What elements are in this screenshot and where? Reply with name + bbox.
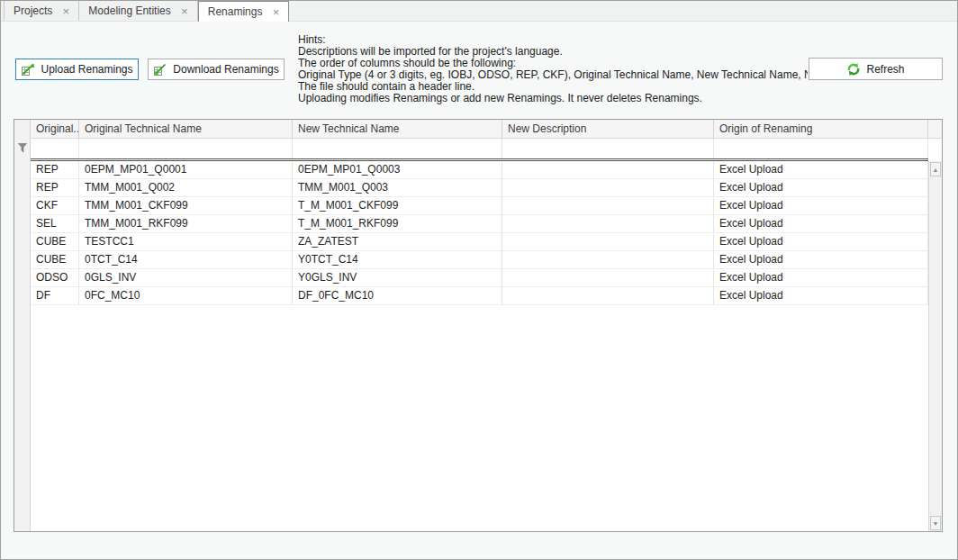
- cell-original-technical-name[interactable]: TESTCC1: [79, 233, 293, 251]
- upload-button-label: Upload Renamings: [41, 63, 132, 76]
- hints-line: Original Type (4 or 3 digits, eg. IOBJ, …: [298, 69, 808, 81]
- tab-label: Projects: [14, 5, 52, 17]
- table-row[interactable]: SEL TMM_M001_RKF099 T_M_M001_RKF099 Exce…: [31, 215, 942, 233]
- filter-cell-original-technical-name[interactable]: [79, 139, 293, 158]
- cell-original-type[interactable]: CUBE: [31, 251, 79, 269]
- refresh-icon: [846, 62, 861, 77]
- table-row[interactable]: DF 0FC_MC10 DF_0FC_MC10 Excel Upload: [31, 287, 942, 305]
- cell-original-technical-name[interactable]: 0FC_MC10: [79, 287, 293, 305]
- download-renamings-button[interactable]: Download Renamings: [148, 59, 285, 80]
- cell-new-description[interactable]: [502, 179, 714, 197]
- vertical-scrollbar[interactable]: ▲ ▼: [928, 161, 942, 531]
- refresh-button[interactable]: Refresh: [809, 58, 943, 80]
- excel-upload-icon: [21, 62, 35, 77]
- cell-original-technical-name[interactable]: 0EPM_MP01_Q0001: [79, 161, 293, 179]
- tab-renamings[interactable]: Renamings ×: [198, 1, 290, 22]
- cell-new-description[interactable]: [502, 251, 714, 269]
- cell-origin-of-renaming[interactable]: Excel Upload: [714, 197, 928, 215]
- cell-original-technical-name[interactable]: 0GLS_INV: [79, 269, 293, 287]
- cell-original-technical-name[interactable]: TMM_M001_CKF099: [79, 197, 293, 215]
- cell-original-type[interactable]: REP: [31, 161, 79, 179]
- column-header-origin-of-renaming[interactable]: Origin of Renaming: [714, 120, 928, 138]
- cell-new-description[interactable]: [502, 287, 714, 305]
- filter-cell-new-technical-name[interactable]: [293, 139, 502, 158]
- cell-original-type[interactable]: CUBE: [31, 233, 79, 251]
- cell-origin-of-renaming[interactable]: Excel Upload: [714, 233, 928, 251]
- filter-row: [31, 139, 942, 158]
- renamings-table: Original... Original Technical Name New …: [14, 119, 943, 532]
- filter-funnel-icon: [18, 143, 27, 153]
- column-header-new-technical-name[interactable]: New Technical Name: [293, 120, 502, 138]
- cell-new-technical-name[interactable]: T_M_M001_CKF099: [293, 197, 502, 215]
- close-icon[interactable]: ×: [179, 5, 190, 17]
- hints-line: The order of columns should be the follo…: [298, 58, 808, 69]
- cell-new-description[interactable]: [502, 269, 714, 287]
- cell-new-description[interactable]: [502, 215, 714, 233]
- table-row[interactable]: REP TMM_M001_Q002 TMM_M001_Q003 Excel Up…: [31, 179, 942, 197]
- table-header-row: Original... Original Technical Name New …: [31, 120, 942, 139]
- cell-new-description[interactable]: [502, 233, 714, 251]
- hints-line: Descriptions will be imported for the pr…: [298, 46, 808, 58]
- column-header-original-technical-name[interactable]: Original Technical Name: [79, 120, 293, 138]
- cell-new-technical-name[interactable]: 0EPM_MP01_Q0003: [293, 161, 502, 179]
- cell-new-technical-name[interactable]: T_M_M001_RKF099: [293, 215, 502, 233]
- tab-bar: Projects × Modeling Entities × Renamings…: [1, 1, 957, 22]
- upload-renamings-button[interactable]: Upload Renamings: [15, 59, 139, 80]
- hints-line: Hints:: [298, 34, 808, 46]
- tab-modeling-entities[interactable]: Modeling Entities ×: [79, 1, 197, 21]
- scroll-up-button[interactable]: ▲: [930, 162, 941, 176]
- cell-new-technical-name[interactable]: TMM_M001_Q003: [293, 179, 502, 197]
- hints-line: The file should contain a header line.: [298, 81, 808, 93]
- close-icon[interactable]: ×: [270, 6, 281, 18]
- column-header-new-description[interactable]: New Description: [502, 120, 714, 138]
- cell-new-technical-name[interactable]: Y0GLS_INV: [293, 269, 502, 287]
- cell-original-technical-name[interactable]: 0TCT_C14: [79, 251, 293, 269]
- cell-new-technical-name[interactable]: Y0TCT_C14: [293, 251, 502, 269]
- excel-download-icon: [153, 62, 167, 77]
- filter-cell-original-type[interactable]: [31, 139, 79, 158]
- hints-block: Hints: Descriptions will be imported for…: [298, 34, 808, 104]
- table-row[interactable]: ODSO 0GLS_INV Y0GLS_INV Excel Upload: [31, 269, 942, 287]
- cell-original-technical-name[interactable]: TMM_M001_Q002: [79, 179, 293, 197]
- download-button-label: Download Renamings: [173, 63, 278, 76]
- cell-new-technical-name[interactable]: ZA_ZATEST: [293, 233, 502, 251]
- cell-original-type[interactable]: ODSO: [31, 269, 79, 287]
- column-header-original-type[interactable]: Original...: [31, 120, 79, 138]
- tab-label: Renamings: [208, 5, 263, 18]
- tab-projects[interactable]: Projects ×: [4, 1, 79, 21]
- tab-label: Modeling Entities: [88, 5, 170, 17]
- cell-original-type[interactable]: REP: [31, 179, 79, 197]
- cell-origin-of-renaming[interactable]: Excel Upload: [714, 161, 928, 179]
- cell-origin-of-renaming[interactable]: Excel Upload: [714, 251, 928, 269]
- filter-cell-new-description[interactable]: [502, 139, 714, 158]
- cell-origin-of-renaming[interactable]: Excel Upload: [714, 269, 928, 287]
- renamings-window: Projects × Modeling Entities × Renamings…: [0, 0, 958, 560]
- scroll-down-button[interactable]: ▼: [930, 516, 941, 530]
- table-row[interactable]: CUBE TESTCC1 ZA_ZATEST Excel Upload: [31, 233, 942, 251]
- table-row[interactable]: CUBE 0TCT_C14 Y0TCT_C14 Excel Upload: [31, 251, 942, 269]
- hints-line: Uploading modifies Renamings or add new …: [298, 93, 808, 104]
- cell-original-type[interactable]: DF: [31, 287, 79, 305]
- cell-new-description[interactable]: [502, 161, 714, 179]
- table-row[interactable]: CKF TMM_M001_CKF099 T_M_M001_CKF099 Exce…: [31, 197, 942, 215]
- cell-original-type[interactable]: CKF: [31, 197, 79, 215]
- close-icon[interactable]: ×: [60, 5, 71, 17]
- cell-new-technical-name[interactable]: DF_0FC_MC10: [293, 287, 502, 305]
- table-body: REP 0EPM_MP01_Q0001 0EPM_MP01_Q0003 Exce…: [31, 161, 942, 531]
- cell-origin-of-renaming[interactable]: Excel Upload: [714, 287, 928, 305]
- filter-cell-origin-of-renaming[interactable]: [714, 139, 928, 158]
- cell-origin-of-renaming[interactable]: Excel Upload: [714, 179, 928, 197]
- cell-original-technical-name[interactable]: TMM_M001_RKF099: [79, 215, 293, 233]
- column-header-spacer: [928, 120, 942, 138]
- cell-origin-of-renaming[interactable]: Excel Upload: [714, 215, 928, 233]
- cell-original-type[interactable]: SEL: [31, 215, 79, 233]
- row-indicator-column: [14, 120, 31, 531]
- refresh-button-label: Refresh: [866, 63, 904, 76]
- table-row[interactable]: REP 0EPM_MP01_Q0001 0EPM_MP01_Q0003 Exce…: [31, 161, 942, 179]
- cell-new-description[interactable]: [502, 197, 714, 215]
- filter-cell-spacer: [928, 139, 942, 158]
